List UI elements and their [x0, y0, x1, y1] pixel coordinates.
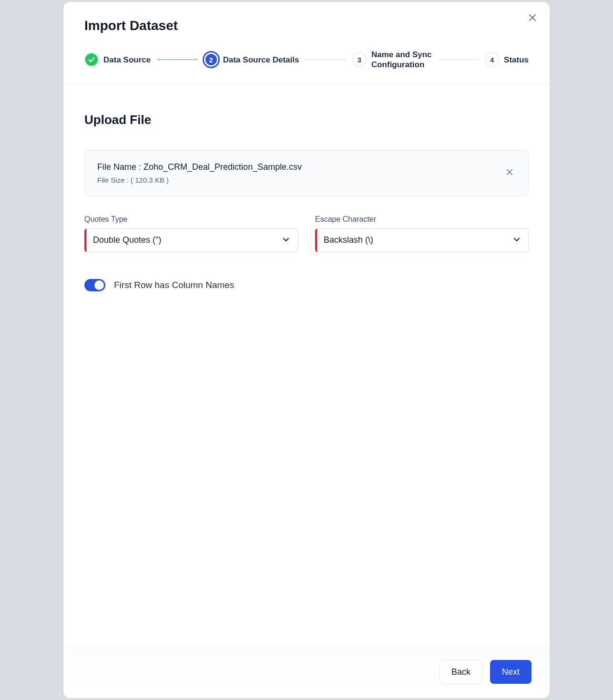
- file-name-value: Zoho_CRM_Deal_Prediction_Sample.csv: [143, 162, 302, 172]
- quotes-type-label: Quotes Type: [84, 215, 298, 224]
- quotes-type-field: Quotes Type Double Quotes ("): [84, 215, 298, 252]
- modal-title: Import Dataset: [84, 18, 529, 33]
- step-name-sync[interactable]: 3 Name and Sync Configuration: [352, 50, 432, 70]
- select-value: Backslash (\): [324, 235, 373, 245]
- step-connector: [306, 59, 346, 60]
- step-connector: [157, 59, 197, 60]
- step-number-icon: 4: [485, 52, 499, 67]
- close-icon: [506, 168, 513, 177]
- step-number-icon: 2: [204, 52, 218, 67]
- escape-char-label: Escape Character: [315, 215, 529, 224]
- import-dataset-modal: Import Dataset Data Source 2 Data Source…: [63, 2, 550, 698]
- check-icon: [84, 52, 99, 67]
- file-size-row: File Size : ( 120.3 KB ): [97, 176, 302, 184]
- close-button[interactable]: [526, 11, 539, 25]
- step-status[interactable]: 4 Status: [485, 52, 529, 67]
- step-label: Name and Sync Configuration: [371, 50, 432, 70]
- section-title: Upload File: [84, 113, 529, 127]
- first-row-toggle-row: First Row has Column Names: [84, 279, 529, 291]
- step-number-icon: 3: [352, 52, 367, 67]
- quotes-type-select[interactable]: Double Quotes ("): [84, 228, 298, 252]
- step-label: Status: [504, 55, 529, 65]
- file-info: File Name : Zoho_CRM_Deal_Prediction_Sam…: [97, 162, 302, 184]
- modal-content: Upload File File Name : Zoho_CRM_Deal_Pr…: [63, 84, 550, 648]
- chevron-down-icon: [513, 236, 521, 245]
- uploaded-file-card: File Name : Zoho_CRM_Deal_Prediction_Sam…: [84, 150, 529, 196]
- remove-file-button[interactable]: [503, 165, 516, 181]
- modal-footer: Back Next: [63, 647, 550, 698]
- form-row: Quotes Type Double Quotes (") Escape Cha…: [84, 215, 529, 252]
- close-icon: [529, 13, 536, 24]
- back-button[interactable]: Back: [439, 660, 482, 684]
- file-name-row: File Name : Zoho_CRM_Deal_Prediction_Sam…: [97, 162, 302, 172]
- select-value: Double Quotes ("): [93, 235, 161, 245]
- toggle-knob: [94, 280, 104, 290]
- modal-header: Import Dataset: [63, 2, 550, 33]
- step-label: Data Source Details: [223, 55, 299, 65]
- chevron-down-icon: [282, 236, 290, 245]
- first-row-toggle[interactable]: [84, 279, 105, 291]
- step-connector: [439, 59, 479, 60]
- first-row-toggle-label: First Row has Column Names: [114, 280, 234, 290]
- stepper: Data Source 2 Data Source Details 3 Name…: [63, 33, 550, 84]
- step-label: Data Source: [103, 55, 151, 65]
- next-button[interactable]: Next: [490, 660, 531, 684]
- escape-char-select[interactable]: Backslash (\): [315, 228, 529, 252]
- file-size-label: File Size :: [97, 176, 131, 184]
- file-name-label: File Name :: [97, 162, 143, 172]
- file-size-value: ( 120.3 KB ): [131, 176, 169, 184]
- step-data-source-details[interactable]: 2 Data Source Details: [204, 52, 299, 67]
- step-data-source[interactable]: Data Source: [84, 52, 151, 67]
- escape-char-field: Escape Character Backslash (\): [315, 215, 529, 252]
